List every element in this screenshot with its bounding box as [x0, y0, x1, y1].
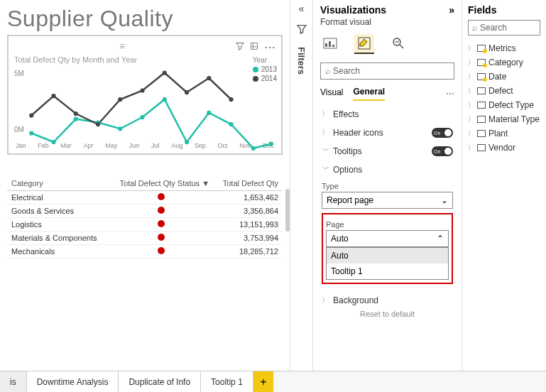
- table-row[interactable]: Mechanicals18,285,712: [7, 245, 283, 258]
- page-tab[interactable]: Downtime Analysis: [27, 371, 119, 392]
- drag-handle-icon[interactable]: ≡: [119, 40, 125, 54]
- svg-line-29: [400, 45, 403, 48]
- chevron-down-icon: ⌄: [441, 195, 448, 205]
- page-option-tooltip1[interactable]: Tooltip 1: [327, 263, 448, 279]
- svg-point-18: [140, 88, 144, 92]
- svg-point-17: [118, 97, 122, 102]
- toggle-tooltips[interactable]: On: [432, 146, 453, 156]
- page-tab[interactable]: Tooltip 1: [201, 371, 253, 392]
- highlight-box: Page Auto⌃ Auto Tooltip 1: [322, 213, 453, 284]
- filter-icon[interactable]: [297, 24, 307, 37]
- svg-point-13: [29, 113, 33, 117]
- section-background[interactable]: 〉Background: [313, 288, 462, 307]
- svg-point-9: [207, 111, 211, 115]
- col-qty[interactable]: Total Defect Qty: [214, 176, 283, 191]
- table-row[interactable]: Electrical1,653,462: [7, 191, 283, 205]
- type-dropdown[interactable]: Report page⌄: [322, 192, 453, 209]
- chevron-right-icon: 〉: [468, 72, 474, 82]
- page-tabstrip: is Downtime Analysis Duplicate of Info T…: [0, 371, 546, 392]
- toggle-header-icons[interactable]: On: [432, 128, 453, 138]
- table-row[interactable]: Materials & Components3,753,994: [7, 232, 283, 245]
- section-tooltips[interactable]: 〉TooltipsOn: [313, 139, 462, 158]
- tab-general[interactable]: General: [353, 87, 385, 101]
- page-tab[interactable]: Duplicate of Info: [119, 371, 201, 392]
- field-item[interactable]: 〉Vendor: [468, 141, 540, 155]
- svg-point-20: [185, 90, 189, 94]
- chevron-right-icon: 〉: [468, 129, 474, 138]
- more-icon[interactable]: ⋯: [264, 40, 275, 54]
- search-icon: ⌕: [325, 66, 330, 76]
- expand-icon[interactable]: »: [449, 4, 454, 16]
- filter-icon[interactable]: [236, 40, 244, 54]
- section-options[interactable]: 〉Options: [322, 162, 453, 178]
- format-visual-icon[interactable]: [354, 34, 374, 54]
- table-row[interactable]: Logistics13,151,993: [7, 218, 283, 232]
- chevron-right-icon: 〉: [322, 295, 329, 305]
- viz-title: Visualizations: [320, 4, 386, 16]
- field-item[interactable]: 〉Metrics: [468, 41, 540, 55]
- chevron-right-icon: 〉: [468, 143, 474, 153]
- svg-point-3: [74, 116, 78, 121]
- svg-rect-26: [332, 45, 334, 47]
- legend-dot-2014: [253, 76, 258, 82]
- page-dropdown-list: Auto Tooltip 1: [326, 247, 449, 280]
- col-status[interactable]: Total Defect Qty Status ▼: [108, 176, 214, 191]
- table-icon: [477, 87, 486, 94]
- status-dot-icon: [158, 247, 165, 254]
- add-page-button[interactable]: +: [253, 371, 273, 392]
- reset-to-default[interactable]: Reset to default: [313, 307, 462, 321]
- page-label: Page: [326, 220, 449, 229]
- focus-mode-icon[interactable]: [250, 40, 258, 54]
- visualizations-pane: Visualizations » Format visual ⌕ Search …: [312, 0, 462, 371]
- scrollbar[interactable]: [285, 189, 290, 232]
- col-category[interactable]: Category: [7, 176, 108, 191]
- analytics-icon[interactable]: [388, 34, 408, 54]
- table-icon: [477, 102, 486, 109]
- svg-point-2: [51, 140, 55, 144]
- svg-point-7: [163, 97, 167, 102]
- page-option-auto[interactable]: Auto: [327, 248, 448, 263]
- table-row[interactable]: Goods & Services3,356,864: [7, 205, 283, 218]
- field-item[interactable]: 〉Date: [468, 70, 540, 84]
- collapse-icon[interactable]: «: [299, 3, 305, 14]
- field-item[interactable]: 〉Category: [468, 55, 540, 70]
- svg-point-21: [207, 76, 211, 80]
- tab-visual[interactable]: Visual: [320, 87, 343, 100]
- fields-pane: Fields ⌕Search 〉Metrics〉Category〉Date〉De…: [462, 0, 546, 371]
- chart-visual[interactable]: ≡ ⋯ Total Defect Qty by Month and Year 5…: [7, 35, 283, 155]
- chevron-right-icon: 〉: [468, 115, 474, 124]
- svg-rect-0: [251, 43, 257, 50]
- chevron-right-icon: 〉: [322, 109, 329, 119]
- page-dropdown[interactable]: Auto⌃: [326, 230, 449, 247]
- svg-rect-24: [325, 43, 327, 47]
- table-icon: [477, 73, 486, 80]
- table-icon: [477, 59, 486, 66]
- svg-point-14: [51, 94, 55, 98]
- chart-legend: Year 2013 2014: [253, 56, 277, 84]
- filters-rail[interactable]: « Filters: [290, 0, 312, 371]
- svg-point-11: [251, 146, 256, 151]
- page-tab[interactable]: is: [0, 371, 27, 392]
- field-item[interactable]: 〉Plant: [468, 126, 540, 141]
- field-item[interactable]: 〉Defect Type: [468, 98, 540, 112]
- chart-plot: [27, 64, 275, 142]
- svg-rect-25: [329, 41, 331, 47]
- svg-point-8: [185, 140, 189, 144]
- chevron-down-icon: 〉: [320, 166, 330, 173]
- svg-point-6: [140, 115, 144, 119]
- table-icon: [477, 45, 486, 52]
- chevron-right-icon: 〉: [468, 44, 474, 53]
- chevron-right-icon: 〉: [468, 58, 474, 67]
- build-visual-icon[interactable]: [320, 34, 340, 54]
- section-effects[interactable]: 〉Effects: [313, 102, 462, 121]
- viz-search[interactable]: ⌕ Search: [320, 62, 454, 80]
- type-label: Type: [322, 182, 453, 190]
- status-dot-icon: [158, 193, 165, 200]
- svg-point-15: [74, 111, 78, 116]
- table-visual[interactable]: Category Total Defect Qty Status ▼ Total…: [7, 176, 283, 258]
- fields-search[interactable]: ⌕Search: [468, 20, 540, 36]
- field-item[interactable]: 〉Material Type: [468, 112, 540, 126]
- section-header-icons[interactable]: 〉Header iconsOn: [313, 121, 462, 139]
- field-item[interactable]: 〉Defect: [468, 84, 540, 98]
- tab-more-icon[interactable]: ⋯: [446, 89, 454, 99]
